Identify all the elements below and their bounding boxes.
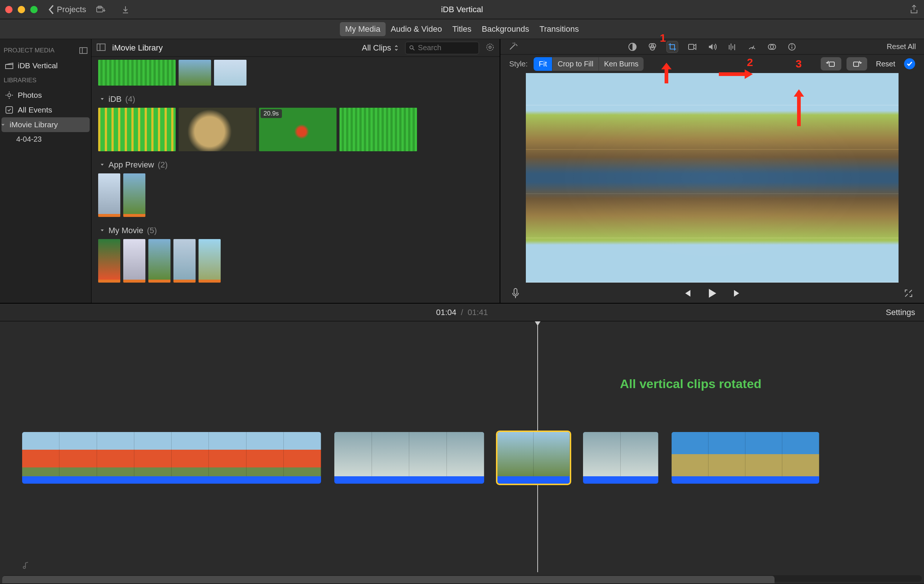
import-media-icon[interactable] [96, 5, 106, 14]
tab-transitions[interactable]: Transitions [534, 22, 584, 36]
crop-style-bar: Style: Fit Crop to Fill Ken Burns Reset [500, 54, 924, 73]
clip-thumb[interactable] [98, 60, 176, 86]
volume-icon[interactable] [707, 41, 718, 53]
noise-eq-icon[interactable] [727, 41, 738, 53]
download-icon[interactable] [120, 5, 130, 14]
crop-icon[interactable] [667, 41, 678, 53]
rotate-ccw-button[interactable] [821, 57, 842, 71]
total-duration: 01:41 [467, 308, 488, 317]
clip-thumb[interactable] [178, 60, 211, 86]
clips-area: iDB (4) 20.9s App Preview (2) [91, 57, 500, 303]
sidebar-all-events[interactable]: All Events [0, 102, 91, 117]
sidebar-photos[interactable]: Photos [0, 88, 91, 102]
tab-backgrounds[interactable]: Backgrounds [477, 22, 534, 36]
clip-thumb[interactable] [98, 173, 120, 217]
svg-rect-4 [5, 64, 13, 69]
style-label: Style: [509, 60, 528, 68]
rotate-cw-button[interactable] [846, 57, 867, 71]
style-crop-to-fill-button[interactable]: Crop to Fill [553, 57, 599, 71]
clip-thumb[interactable] [340, 108, 417, 151]
info-icon[interactable] [786, 41, 797, 53]
sidebar-event-date[interactable]: 4-04-23 [0, 132, 91, 147]
timeline-settings-button[interactable]: Settings [886, 308, 916, 317]
magic-wand-icon[interactable] [508, 41, 518, 52]
inspector-toolbar: Reset All [500, 39, 924, 54]
project-media-header: PROJECT MEDIA [0, 43, 91, 58]
timeline-clip[interactable] [22, 432, 321, 483]
clip-thumb[interactable] [98, 239, 120, 282]
clip-browser: iMovie Library All Clips [91, 39, 500, 303]
clip-filter-dropdown[interactable]: All Clips [362, 43, 399, 53]
overlay-note: All vertical clips rotated [620, 377, 762, 391]
disclosure-triangle-icon [100, 162, 105, 168]
group-my-movie-header[interactable]: My Movie (5) [98, 222, 493, 239]
tab-titles[interactable]: Titles [447, 22, 477, 36]
clip-thumb[interactable] [148, 239, 170, 282]
tab-audio-video[interactable]: Audio & Video [386, 22, 447, 36]
svg-rect-2 [80, 48, 87, 53]
clapper-icon [5, 62, 13, 70]
share-icon[interactable] [909, 5, 919, 14]
play-button[interactable] [707, 288, 718, 302]
tab-my-media[interactable]: My Media [340, 22, 385, 36]
search-field[interactable] [405, 42, 479, 54]
library-title: iMovie Library [112, 43, 163, 53]
svg-line-14 [413, 48, 414, 50]
browser-header: iMovie Library All Clips [91, 39, 500, 57]
clip-thumb[interactable]: 20.9s [259, 108, 337, 151]
crop-reset-button[interactable]: Reset [872, 60, 899, 68]
clip-duration-badge: 20.9s [261, 109, 282, 118]
back-to-projects-button[interactable]: Projects [48, 5, 86, 14]
timeline-scrollbar[interactable] [2, 575, 922, 582]
clip-thumb[interactable] [98, 108, 176, 151]
voiceover-mic-icon[interactable] [512, 288, 520, 302]
disclosure-triangle-icon [100, 228, 105, 233]
reset-all-button[interactable]: Reset All [887, 43, 916, 51]
clip-thumb[interactable] [123, 239, 145, 282]
minimize-window-button[interactable] [18, 6, 25, 13]
search-input[interactable] [418, 43, 475, 52]
group-idb-header[interactable]: iDB (4) [98, 91, 493, 108]
sidebar-project-label: iDB Vertical [18, 61, 58, 70]
filter-icon[interactable] [766, 41, 777, 53]
layout-toggle-icon[interactable] [97, 43, 106, 52]
group-app-preview: App Preview (2) [98, 157, 493, 217]
prev-clip-button[interactable] [682, 289, 692, 301]
svg-point-5 [8, 94, 11, 97]
color-correction-icon[interactable] [647, 41, 658, 53]
style-fit-button[interactable]: Fit [534, 57, 553, 71]
current-time: 01:04 [436, 308, 457, 317]
timeline-clip[interactable] [672, 432, 819, 483]
maximize-window-button[interactable] [30, 6, 38, 13]
svg-rect-33 [853, 62, 859, 66]
preview-area [500, 73, 924, 286]
sidebar-event-date-label: 4-04-23 [16, 135, 42, 144]
close-window-button[interactable] [5, 6, 13, 13]
next-clip-button[interactable] [733, 289, 742, 301]
crop-apply-button[interactable] [904, 58, 915, 69]
clip-thumb[interactable] [178, 108, 256, 151]
browser-settings-icon[interactable] [486, 43, 495, 53]
preview-canvas[interactable] [526, 73, 899, 282]
clip-thumb[interactable] [198, 239, 221, 282]
speed-icon[interactable] [746, 41, 757, 53]
style-ken-burns-button[interactable]: Ken Burns [599, 57, 644, 71]
timeline-clip[interactable] [334, 432, 484, 483]
clip-thumb[interactable] [123, 173, 145, 217]
sidebar-list-icon[interactable] [79, 46, 87, 54]
timeline-clip[interactable] [583, 432, 658, 483]
window-title: iDB Vertical [441, 5, 483, 14]
clip-thumb[interactable] [173, 239, 196, 282]
timeline[interactable]: All vertical clips rotated [0, 321, 924, 583]
group-app-preview-header[interactable]: App Preview (2) [98, 157, 493, 173]
color-balance-icon[interactable] [627, 41, 638, 53]
timeline-clip-selected[interactable] [497, 432, 570, 483]
svg-rect-32 [829, 62, 834, 66]
clip-thumb[interactable] [214, 60, 246, 86]
svg-rect-11 [97, 44, 105, 51]
scrollbar-thumb[interactable] [2, 576, 775, 583]
stabilization-icon[interactable] [687, 41, 698, 53]
group-my-movie: My Movie (5) [98, 222, 493, 282]
sidebar-imovie-library[interactable]: iMovie Library [2, 117, 90, 132]
sidebar-project-item[interactable]: iDB Vertical [0, 58, 91, 73]
